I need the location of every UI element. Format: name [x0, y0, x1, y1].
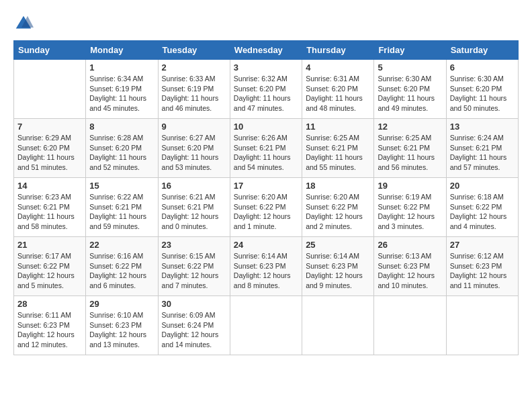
- sunrise-text: Sunrise: 6:12 AM: [450, 251, 515, 261]
- day-number: 10: [234, 122, 298, 132]
- day-header-friday: Friday: [374, 41, 446, 60]
- day-header-sunday: Sunday: [14, 41, 86, 60]
- day-cell: 11Sunrise: 6:25 AMSunset: 6:21 PMDayligh…: [302, 119, 374, 178]
- sunset-text: Sunset: 6:19 PM: [89, 84, 154, 94]
- daylight-text: Daylight: 12 hours and 12 minutes.: [17, 330, 82, 349]
- sunset-text: Sunset: 6:23 PM: [378, 261, 442, 271]
- sunrise-text: Sunrise: 6:30 AM: [450, 74, 515, 84]
- day-cell: 13Sunrise: 6:24 AMSunset: 6:21 PMDayligh…: [446, 119, 518, 178]
- day-cell: 15Sunrise: 6:22 AMSunset: 6:21 PMDayligh…: [86, 178, 158, 237]
- daylight-text: Daylight: 11 hours and 49 minutes.: [378, 93, 442, 113]
- daylight-text: Daylight: 11 hours and 52 minutes.: [89, 152, 154, 172]
- day-header-monday: Monday: [86, 41, 158, 60]
- day-number: 23: [162, 240, 226, 250]
- logo: [13, 13, 36, 34]
- sunset-text: Sunset: 6:21 PM: [234, 143, 298, 153]
- day-cell: 2Sunrise: 6:33 AMSunset: 6:19 PMDaylight…: [158, 60, 230, 119]
- daylight-text: Daylight: 11 hours and 50 minutes.: [450, 93, 515, 113]
- day-number: 30: [162, 299, 226, 309]
- daylight-text: Daylight: 12 hours and 7 minutes.: [162, 271, 226, 290]
- sunset-text: Sunset: 6:22 PM: [17, 261, 82, 271]
- day-number: 8: [89, 122, 154, 132]
- day-number: 20: [450, 181, 515, 191]
- page-header: [13, 13, 519, 34]
- sunset-text: Sunset: 6:23 PM: [17, 320, 82, 330]
- sunrise-text: Sunrise: 6:15 AM: [162, 251, 226, 261]
- day-number: 25: [306, 240, 370, 250]
- day-header-thursday: Thursday: [302, 41, 374, 60]
- day-header-saturday: Saturday: [446, 41, 518, 60]
- daylight-text: Daylight: 11 hours and 56 minutes.: [378, 152, 442, 172]
- sunrise-text: Sunrise: 6:14 AM: [234, 251, 298, 261]
- daylight-text: Daylight: 11 hours and 51 minutes.: [17, 152, 82, 172]
- sunrise-text: Sunrise: 6:27 AM: [162, 133, 226, 143]
- sunset-text: Sunset: 6:23 PM: [89, 320, 154, 330]
- sunset-text: Sunset: 6:23 PM: [234, 261, 298, 271]
- day-cell: 21Sunrise: 6:17 AMSunset: 6:22 PMDayligh…: [14, 237, 86, 296]
- sunset-text: Sunset: 6:20 PM: [450, 84, 515, 94]
- sunset-text: Sunset: 6:22 PM: [306, 202, 370, 212]
- day-number: 4: [306, 62, 370, 73]
- sunrise-text: Sunrise: 6:25 AM: [378, 133, 442, 143]
- sunrise-text: Sunrise: 6:16 AM: [89, 251, 154, 261]
- day-number: 18: [306, 181, 370, 191]
- sunset-text: Sunset: 6:20 PM: [306, 84, 370, 94]
- daylight-text: Daylight: 11 hours and 59 minutes.: [89, 212, 154, 231]
- daylight-text: Daylight: 12 hours and 8 minutes.: [234, 271, 298, 290]
- sunrise-text: Sunrise: 6:21 AM: [162, 192, 226, 202]
- daylight-text: Daylight: 12 hours and 13 minutes.: [89, 330, 154, 349]
- sunrise-text: Sunrise: 6:20 AM: [306, 192, 370, 202]
- sunrise-text: Sunrise: 6:28 AM: [89, 133, 154, 143]
- day-cell: 30Sunrise: 6:09 AMSunset: 6:24 PMDayligh…: [158, 296, 230, 355]
- day-header-wednesday: Wednesday: [230, 41, 302, 60]
- sunset-text: Sunset: 6:21 PM: [378, 143, 442, 153]
- sunrise-text: Sunrise: 6:14 AM: [306, 251, 370, 261]
- day-number: 3: [234, 62, 298, 73]
- sunset-text: Sunset: 6:20 PM: [89, 143, 154, 153]
- sunrise-text: Sunrise: 6:34 AM: [89, 74, 154, 84]
- sunrise-text: Sunrise: 6:30 AM: [378, 74, 442, 84]
- daylight-text: Daylight: 12 hours and 0 minutes.: [162, 212, 226, 231]
- sunrise-text: Sunrise: 6:13 AM: [378, 251, 442, 261]
- sunset-text: Sunset: 6:21 PM: [162, 202, 226, 212]
- day-cell: 3Sunrise: 6:32 AMSunset: 6:20 PMDaylight…: [230, 60, 302, 119]
- sunset-text: Sunset: 6:21 PM: [306, 143, 370, 153]
- day-number: 16: [162, 181, 226, 191]
- day-number: 11: [306, 122, 370, 132]
- daylight-text: Daylight: 12 hours and 2 minutes.: [306, 212, 370, 231]
- sunset-text: Sunset: 6:20 PM: [162, 143, 226, 153]
- daylight-text: Daylight: 12 hours and 1 minute.: [234, 212, 298, 231]
- day-number: 17: [234, 181, 298, 191]
- sunrise-text: Sunrise: 6:24 AM: [450, 133, 515, 143]
- calendar-table: SundayMondayTuesdayWednesdayThursdayFrid…: [13, 40, 519, 355]
- day-cell: 5Sunrise: 6:30 AMSunset: 6:20 PMDaylight…: [374, 60, 446, 119]
- day-cell: 16Sunrise: 6:21 AMSunset: 6:21 PMDayligh…: [158, 178, 230, 237]
- daylight-text: Daylight: 11 hours and 57 minutes.: [450, 152, 515, 172]
- day-number: 24: [234, 240, 298, 250]
- day-number: 5: [378, 62, 442, 73]
- day-cell: 4Sunrise: 6:31 AMSunset: 6:20 PMDaylight…: [302, 60, 374, 119]
- day-cell: 26Sunrise: 6:13 AMSunset: 6:23 PMDayligh…: [374, 237, 446, 296]
- daylight-text: Daylight: 11 hours and 54 minutes.: [234, 152, 298, 172]
- day-number: 14: [17, 181, 82, 191]
- sunset-text: Sunset: 6:23 PM: [306, 261, 370, 271]
- sunset-text: Sunset: 6:19 PM: [162, 84, 226, 94]
- sunset-text: Sunset: 6:21 PM: [450, 143, 515, 153]
- day-number: 9: [162, 122, 226, 132]
- sunset-text: Sunset: 6:23 PM: [450, 261, 515, 271]
- daylight-text: Daylight: 11 hours and 45 minutes.: [89, 93, 154, 113]
- day-cell: [14, 60, 86, 119]
- day-number: 27: [450, 240, 515, 250]
- day-cell: [230, 296, 302, 355]
- sunrise-text: Sunrise: 6:19 AM: [378, 192, 442, 202]
- day-number: 15: [89, 181, 154, 191]
- sunset-text: Sunset: 6:20 PM: [378, 84, 442, 94]
- day-cell: 23Sunrise: 6:15 AMSunset: 6:22 PMDayligh…: [158, 237, 230, 296]
- daylight-text: Daylight: 11 hours and 46 minutes.: [162, 93, 226, 113]
- day-cell: [446, 296, 518, 355]
- day-number: 6: [450, 62, 515, 73]
- day-number: 22: [89, 240, 154, 250]
- sunrise-text: Sunrise: 6:26 AM: [234, 133, 298, 143]
- sunrise-text: Sunrise: 6:32 AM: [234, 74, 298, 84]
- sunrise-text: Sunrise: 6:31 AM: [306, 74, 370, 84]
